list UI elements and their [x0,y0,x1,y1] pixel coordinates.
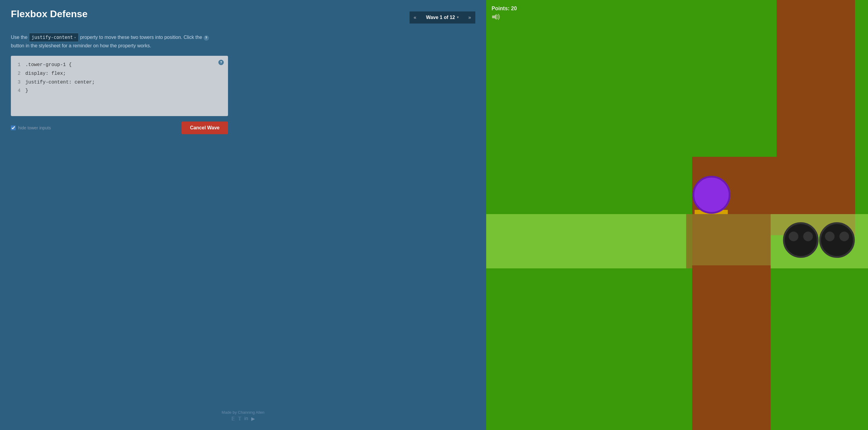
game-svg [486,0,868,430]
svg-point-14 [693,177,730,213]
svg-point-18 [789,232,798,241]
prev-wave-button[interactable]: « [409,11,421,24]
svg-point-19 [803,232,813,241]
code-content-2[interactable]: display: flex; [25,69,66,78]
game-board [486,0,868,430]
code-line-1: 1 .tower-group-1 { [16,61,223,69]
facebook-icon[interactable]: 𝔼 [231,416,235,422]
code-line-4: 4 } [16,87,223,95]
github-icon[interactable]: ▶ [251,416,255,422]
code-line-3: 3 justify-content: center; [16,78,223,87]
hide-inputs-label[interactable]: hide tower inputs [11,125,51,130]
svg-point-22 [839,232,849,241]
editor-footer: hide tower inputs Cancel Wave [11,122,228,134]
wave-label-text: Wave 1 of 12 [426,15,455,20]
game-ui: Points: 20 [492,5,517,22]
svg-marker-0 [492,14,496,20]
line-number-3: 3 [16,78,21,87]
cancel-wave-button[interactable]: Cancel Wave [182,122,228,134]
line-number-4: 4 [16,87,21,95]
wave-navigation: « Wave 1 of 12 ▾ » [409,11,475,24]
editor-help-icon[interactable]: ? [218,60,224,65]
credit-text: Made by Channing Allen [222,410,265,414]
sound-icon[interactable] [492,13,517,22]
instruction-before: Use the [11,35,27,40]
linkedin-icon[interactable]: in [244,416,248,422]
svg-point-20 [820,223,854,257]
svg-point-21 [825,232,835,241]
instruction-text: Use the justify-content ▾ property to mo… [11,33,216,50]
code-content-3[interactable]: justify-content: center; [25,78,95,87]
help-button-corner: ? [218,59,224,65]
points-display: Points: 20 [492,5,517,12]
left-panel: Flexbox Defense « Wave 1 of 12 ▾ » Use t… [0,0,486,430]
twitter-icon[interactable]: 𝕋 [238,416,241,422]
game-panel: Points: 20 [486,0,868,430]
footer-icons: 𝔼 𝕋 in ▶ [11,416,475,422]
help-icon[interactable]: ? [204,35,209,41]
top-bar: Flexbox Defense « Wave 1 of 12 ▾ » [11,8,475,26]
code-content-4[interactable]: } [25,87,28,95]
property-name: justify-content [32,34,73,41]
property-chevron-icon: ▾ [74,35,76,40]
instruction-middle: property to move these two towers into p… [80,35,202,40]
hide-inputs-checkbox[interactable] [11,125,16,130]
points-label: Points: [492,5,510,11]
code-line-2: 2 display: flex; [16,69,223,78]
line-number-1: 1 [16,61,21,69]
points-value: 20 [511,5,517,11]
hide-inputs-text: hide tower inputs [18,125,51,130]
app-title: Flexbox Defense [11,8,88,20]
code-content-1[interactable]: .tower-group-1 { [25,61,72,69]
instruction-end: button in the stylesheet for a reminder … [11,43,151,48]
svg-point-17 [784,223,818,257]
code-editor: ? 1 .tower-group-1 { 2 display: flex; 3 … [11,56,228,116]
wave-selector-button[interactable]: Wave 1 of 12 ▾ [421,11,464,24]
svg-rect-7 [692,265,771,430]
svg-rect-6 [686,214,771,268]
next-wave-button[interactable]: » [464,11,475,24]
chevron-down-icon: ▾ [457,16,459,19]
line-number-2: 2 [16,69,21,78]
footer-credit: Made by Channing Allen 𝔼 𝕋 in ▶ [11,404,475,422]
property-badge[interactable]: justify-content ▾ [29,33,79,42]
